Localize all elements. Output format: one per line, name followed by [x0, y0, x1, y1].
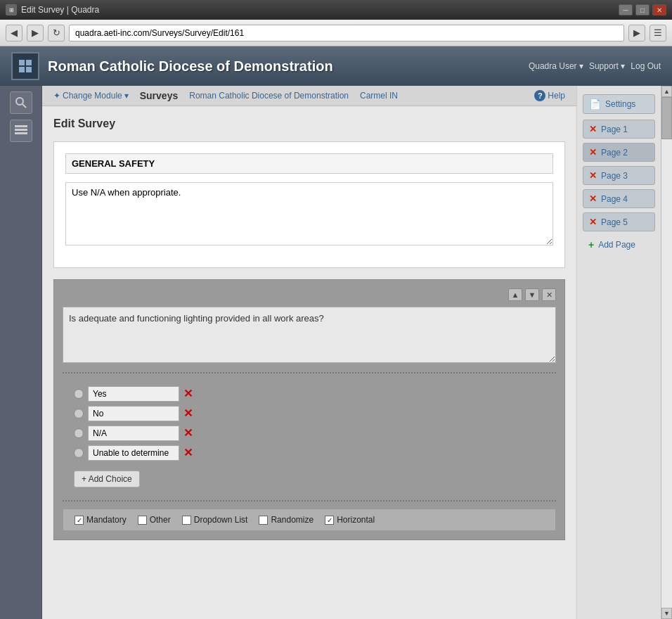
divider1 — [63, 372, 556, 374]
right-sidebar: 📄 Settings ✕ Page 1 ✕ Page 2 ✕ Page 3 ✕ … — [576, 86, 661, 619]
option-horizontal[interactable]: ✓ Horizontal — [325, 515, 375, 525]
logout-button[interactable]: Log Out — [631, 61, 661, 71]
app-icon: ⊞ — [6, 4, 17, 15]
left-sidebar — [0, 86, 42, 619]
back-button[interactable]: ◀ — [6, 25, 22, 42]
randomize-checkbox[interactable] — [259, 516, 268, 525]
nav-diocese[interactable]: Roman Catholic Diocese of Demonstration — [189, 91, 349, 101]
choice-delete-yes[interactable]: ✕ — [183, 388, 193, 400]
change-module-link[interactable]: ✦ Change Module ▾ — [53, 91, 129, 101]
choice-radio-na — [74, 428, 84, 438]
option-mandatory[interactable]: ✓ Mandatory — [75, 515, 127, 525]
randomize-label: Randomize — [271, 515, 314, 525]
question-textarea[interactable]: Is adequate and functioning lighting pro… — [63, 307, 556, 363]
scrollbar-track[interactable] — [661, 97, 672, 608]
menu-button[interactable]: ☰ — [650, 25, 666, 42]
browser-scrollbar[interactable]: ▲ ▼ — [661, 86, 672, 619]
page-1-label: Page 1 — [601, 125, 628, 134]
scrollbar-thumb[interactable] — [661, 97, 672, 139]
dropdown-checkbox[interactable] — [182, 516, 191, 525]
add-page-label: Add Page — [598, 240, 635, 250]
horizontal-label: Horizontal — [337, 515, 375, 525]
choice-radio-yes — [74, 389, 84, 399]
choice-row: ✕ — [74, 386, 545, 402]
settings-icon: 📄 — [589, 98, 601, 110]
svg-rect-2 — [15, 125, 27, 127]
page-3-label: Page 3 — [601, 171, 628, 181]
page-5-button[interactable]: ✕ Page 5 — [583, 212, 655, 231]
refresh-button[interactable]: ↻ — [48, 25, 65, 42]
page-wrapper: ✦ Change Module ▾ Surveys Roman Catholic… — [0, 86, 672, 619]
option-other[interactable]: Other — [138, 515, 171, 525]
survey-title-input[interactable] — [65, 153, 553, 174]
star-icon: ✦ — [53, 91, 60, 101]
settings-button[interactable]: 📄 Settings — [583, 94, 655, 114]
nav-location[interactable]: Carmel IN — [360, 91, 398, 101]
choice-radio-unable — [74, 448, 84, 458]
app-title: Roman Catholic Diocese of Demonstration — [48, 58, 529, 75]
question-header: ▲ ▼ ✕ — [63, 288, 556, 301]
page-3-button[interactable]: ✕ Page 3 — [583, 166, 655, 185]
choice-input-yes[interactable] — [88, 386, 179, 402]
mandatory-checkbox[interactable]: ✓ — [75, 516, 84, 525]
choice-input-unable[interactable] — [88, 445, 179, 461]
support-menu[interactable]: Support ▾ — [589, 61, 625, 71]
nav-surveys: Surveys — [140, 90, 178, 101]
sidebar-search-icon[interactable] — [10, 91, 32, 114]
other-label: Other — [150, 515, 171, 525]
svg-line-1 — [22, 104, 26, 108]
minimize-button[interactable]: ─ — [619, 4, 633, 15]
svg-point-0 — [16, 98, 23, 105]
add-page-plus-icon: + — [588, 239, 594, 250]
choice-delete-unable[interactable]: ✕ — [183, 447, 193, 459]
mandatory-label: Mandatory — [86, 515, 127, 525]
main-area: ✦ Change Module ▾ Surveys Roman Catholic… — [42, 86, 576, 619]
forward-button[interactable]: ▶ — [27, 25, 44, 42]
choice-row: ✕ — [74, 406, 545, 421]
sidebar-list-icon[interactable] — [10, 120, 32, 142]
page-5-delete-icon: ✕ — [589, 217, 597, 227]
survey-title-field — [65, 153, 553, 174]
question-up-button[interactable]: ▲ — [508, 288, 522, 301]
more-button[interactable]: ▶ — [628, 25, 645, 42]
question-down-button[interactable]: ▼ — [525, 288, 539, 301]
horizontal-checkbox[interactable]: ✓ — [325, 516, 334, 525]
choice-delete-na[interactable]: ✕ — [183, 428, 193, 439]
close-button[interactable]: ✕ — [652, 4, 666, 15]
question-close-button[interactable]: ✕ — [542, 288, 556, 301]
add-page-button[interactable]: + Add Page — [583, 236, 655, 254]
main-content-wrapper: ✦ Change Module ▾ Surveys Roman Catholic… — [42, 86, 672, 619]
app-header: Roman Catholic Diocese of Demonstration … — [0, 46, 672, 86]
page-4-button[interactable]: ✕ Page 4 — [583, 189, 655, 208]
scroll-down-arrow[interactable]: ▼ — [661, 608, 672, 619]
choice-input-na[interactable] — [88, 426, 179, 441]
option-dropdown[interactable]: Dropdown List — [182, 515, 248, 525]
page-2-delete-icon: ✕ — [589, 147, 597, 158]
survey-desc-textarea[interactable]: Use N/A when appropriate. — [65, 182, 553, 245]
svg-rect-3 — [15, 129, 27, 131]
page-4-label: Page 4 — [601, 194, 628, 204]
other-checkbox[interactable] — [138, 516, 147, 525]
choice-delete-no[interactable]: ✕ — [183, 408, 193, 419]
address-bar[interactable] — [69, 25, 624, 42]
question-block: ▲ ▼ ✕ Is adequate and functioning lighti… — [53, 279, 565, 540]
dropdown-label: Dropdown List — [194, 515, 248, 525]
page-4-delete-icon: ✕ — [589, 193, 597, 204]
page-1-button[interactable]: ✕ Page 1 — [583, 120, 655, 139]
maximize-button[interactable]: □ — [635, 4, 650, 15]
add-choice-button[interactable]: + Add Choice — [74, 471, 140, 487]
choice-input-no[interactable] — [88, 406, 179, 421]
page-1-delete-icon: ✕ — [589, 124, 597, 134]
page-2-label: Page 2 — [601, 148, 628, 158]
svg-rect-4 — [15, 132, 27, 134]
page-title: Edit Survey — [53, 117, 565, 130]
page-2-button[interactable]: ✕ Page 2 — [583, 143, 655, 162]
choice-radio-no — [74, 409, 84, 419]
options-bar: ✓ Mandatory Other Dropdown List — [63, 509, 556, 531]
help-button[interactable]: ? Help — [534, 90, 565, 101]
divider2 — [63, 500, 556, 502]
browser-toolbar: ◀ ▶ ↻ ▶ ☰ — [0, 20, 672, 46]
scroll-up-arrow[interactable]: ▲ — [661, 86, 672, 97]
quadra-user-menu[interactable]: Quadra User ▾ — [529, 61, 583, 71]
option-randomize[interactable]: Randomize — [259, 515, 314, 525]
